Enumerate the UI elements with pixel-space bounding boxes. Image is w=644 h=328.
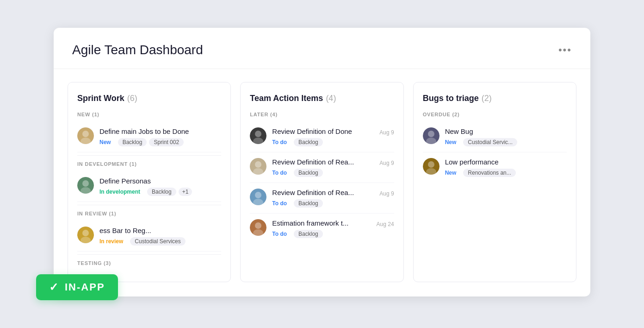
task-tags: To doBacklog — [272, 138, 322, 146]
task-tag-pill: +1 — [179, 188, 192, 196]
column-header-bugs-triage: Bugs to triage (2) — [423, 94, 567, 103]
task-content: Define main Jobs to be DoneNewBacklogSpr… — [99, 127, 221, 146]
task-content: Estimation framework t...Aug 24To doBack… — [272, 219, 394, 238]
task-title: Review Definition of Rea... — [272, 189, 354, 196]
task-tag-pill: Backlog — [294, 169, 323, 177]
column-team-action: Team Action Items (4)LATER (4) Review De… — [240, 82, 403, 282]
task-tag-pill: Backlog — [294, 230, 323, 238]
task-title: Define main Jobs to be Done — [99, 127, 189, 135]
task-content: ess Bar to Reg...In reviewCustodial Serv… — [99, 227, 221, 246]
task-tag-pill: Backlog — [118, 138, 147, 146]
task-content: Review Definition of DoneAug 9To doBackl… — [272, 127, 394, 146]
status-tag: To do — [272, 230, 291, 238]
task-tags: To doBacklog — [272, 230, 322, 238]
svg-point-10 — [255, 131, 261, 137]
in-app-badge: ✓ IN-APP — [36, 274, 118, 300]
avatar — [250, 219, 266, 236]
status-tag: In development — [99, 188, 145, 196]
status-tag: To do — [272, 169, 291, 177]
status-tag: New — [445, 169, 461, 177]
task-item[interactable]: ess Bar to Reg...In reviewCustodial Serv… — [77, 221, 221, 252]
task-date: Aug 9 — [379, 190, 394, 197]
svg-point-1 — [82, 131, 89, 137]
column-sprint-work: Sprint Work (6)NEW (1) Define main Jobs … — [68, 82, 231, 282]
avatar — [77, 177, 94, 194]
task-tags: To doBacklog — [272, 199, 322, 208]
column-bugs-triage: Bugs to triage (2)OVERDUE (2) New BugNew… — [413, 82, 576, 282]
task-date: Aug 24 — [377, 221, 394, 227]
avatar — [77, 127, 94, 144]
section-divider — [77, 254, 221, 255]
column-title-team-action: Team Action Items — [250, 94, 323, 103]
task-tag-pill: Renovations an... — [463, 169, 515, 177]
in-app-label: IN-APP — [65, 281, 105, 293]
task-content: Define PersonasIn developmentBacklog+1 — [99, 177, 221, 196]
task-title: Estimation framework t... — [272, 219, 348, 227]
svg-point-22 — [428, 131, 434, 137]
column-header-team-action: Team Action Items (4) — [250, 94, 394, 103]
task-tag-pill: Backlog — [147, 188, 176, 196]
page-title: Agile Team Dashboard — [72, 43, 203, 57]
task-item[interactable]: Estimation framework t...Aug 24To doBack… — [250, 214, 394, 244]
column-header-sprint-work: Sprint Work (6) — [77, 94, 221, 103]
section-label-bugs-triage-0: OVERDUE (2) — [423, 112, 567, 117]
section-label-sprint-work-2: IN REVIEW (1) — [77, 211, 221, 216]
columns-wrapper: Sprint Work (6)NEW (1) Define main Jobs … — [54, 69, 590, 295]
app-container: Agile Team Dashboard ••• Sprint Work (6)… — [54, 28, 590, 296]
section-divider — [77, 155, 221, 156]
task-tags: In reviewCustodial Services — [99, 237, 186, 246]
task-tags: In developmentBacklog+1 — [99, 188, 192, 196]
status-tag: In review — [99, 237, 128, 246]
app-header: Agile Team Dashboard ••• — [54, 28, 590, 69]
status-tag: New — [445, 138, 461, 146]
task-tag-pill: Backlog — [294, 138, 323, 146]
task-content: Review Definition of Rea...Aug 9To doBac… — [272, 158, 394, 177]
section-label-team-action-0: LATER (4) — [250, 112, 394, 117]
task-item[interactable]: Define main Jobs to be DoneNewBacklogSpr… — [77, 122, 221, 152]
task-tag-pill: Custodial Servic... — [463, 138, 517, 146]
avatar — [250, 127, 266, 144]
task-tag-pill: Custodial Services — [130, 237, 185, 246]
task-tags: NewRenovations an... — [445, 169, 516, 177]
task-item[interactable]: Low performanceNewRenovations an... — [423, 152, 567, 183]
column-title-sprint-work: Sprint Work — [77, 94, 124, 103]
task-date: Aug 9 — [379, 129, 394, 136]
column-title-bugs-triage: Bugs to triage — [423, 94, 479, 103]
avatar — [250, 189, 266, 205]
section-divider — [77, 205, 221, 205]
task-item[interactable]: Review Definition of DoneAug 9To doBackl… — [250, 122, 394, 152]
avatar — [250, 158, 266, 175]
task-content: New BugNewCustodial Servic... — [445, 127, 567, 146]
svg-point-25 — [428, 161, 434, 168]
section-label-sprint-work-1: IN DEVELOPMENT (1) — [77, 161, 221, 167]
column-count-sprint-work: (6) — [127, 94, 137, 103]
task-tags: To doBacklog — [272, 169, 322, 177]
avatar — [423, 127, 440, 144]
section-label-sprint-work-3: TESTING (3) — [77, 260, 221, 266]
svg-point-19 — [255, 222, 261, 229]
task-item[interactable]: Define PersonasIn developmentBacklog+1 — [77, 171, 221, 202]
task-item[interactable]: Review Definition of Rea...Aug 9To doBac… — [250, 183, 394, 214]
task-date: Aug 9 — [379, 160, 394, 166]
section-label-sprint-work-0: NEW (1) — [77, 112, 221, 117]
task-title: Define Personas — [99, 177, 151, 185]
task-title: Review Definition of Rea... — [272, 158, 354, 166]
task-tag-pill: Sprint 002 — [149, 138, 184, 146]
status-tag: New — [99, 138, 116, 146]
task-tags: NewBacklogSprint 002 — [99, 138, 184, 146]
avatar — [77, 227, 94, 243]
task-title: Low performance — [445, 158, 499, 166]
svg-point-4 — [82, 180, 89, 187]
task-item[interactable]: Review Definition of Rea...Aug 9To doBac… — [250, 152, 394, 183]
task-title: New Bug — [445, 127, 473, 135]
svg-point-7 — [82, 230, 89, 236]
check-icon: ✓ — [49, 281, 59, 294]
status-tag: To do — [272, 199, 291, 208]
more-options-button[interactable]: ••• — [558, 44, 572, 56]
task-item[interactable]: New BugNewCustodial Servic... — [423, 122, 567, 152]
avatar — [423, 158, 440, 175]
svg-point-16 — [255, 192, 261, 198]
task-content: Review Definition of Rea...Aug 9To doBac… — [272, 189, 394, 208]
task-title: Review Definition of Done — [272, 127, 352, 135]
task-tags: NewCustodial Servic... — [445, 138, 517, 146]
